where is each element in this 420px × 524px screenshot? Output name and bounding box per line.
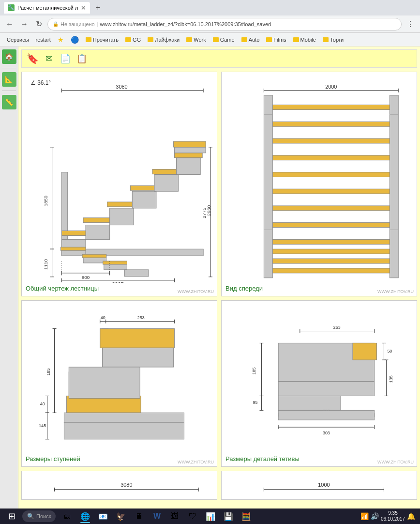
watermark-general: WWW.ZHITOV.RU — [178, 289, 214, 294]
browser-tab[interactable]: 🔧 Расчет металлической л ✕ — [4, 2, 90, 14]
bookmark-services[interactable]: Сервисы — [4, 36, 32, 44]
bookmark-auto[interactable]: Auto — [239, 36, 263, 44]
svg-rect-10 — [83, 218, 111, 223]
tray-time-value: 9:35 — [388, 510, 397, 516]
svg-rect-77 — [100, 328, 175, 348]
browser-icon: 🌐 — [80, 512, 90, 521]
svg-rect-66 — [272, 189, 390, 194]
bookmark-torgi[interactable]: Торги — [320, 36, 346, 44]
taskbar-word[interactable]: W — [148, 509, 165, 524]
svg-text:∠ 36.1°: ∠ 36.1° — [30, 79, 51, 86]
bookmarks-bar: Сервисы restart ★ 🔵 Прочитать GG Лайфхак… — [0, 33, 420, 46]
svg-rect-12 — [107, 202, 135, 207]
taskbar-tray: 📶 🔊 9:35 06.10.2017 🔔 — [358, 510, 418, 522]
pdf-button[interactable]: 📄 — [59, 52, 72, 65]
tab-close-button[interactable]: ✕ — [81, 4, 86, 12]
folder-icon — [241, 37, 247, 42]
tray-notification-icon[interactable]: 🔔 — [407, 512, 415, 520]
auto-label: Auto — [249, 37, 260, 43]
svg-text:185: 185 — [46, 368, 51, 375]
taskbar-app5[interactable]: 🦅 — [112, 509, 130, 524]
svg-rect-64 — [272, 223, 390, 228]
back-button[interactable]: ← — [4, 18, 15, 30]
app10-icon: 📊 — [206, 512, 215, 521]
svg-rect-60 — [272, 268, 390, 273]
diagram-bottom2: 1000 — [221, 471, 417, 500]
tray-sound-icon[interactable]: 🔊 — [371, 512, 379, 520]
svg-text:3080: 3080 — [116, 84, 127, 90]
bookmark-prochitat[interactable]: Прочитать — [83, 36, 121, 44]
new-tab-button[interactable]: + — [92, 2, 104, 14]
svg-rect-65 — [272, 206, 390, 211]
taskbar-app9[interactable]: 🛡 — [184, 509, 201, 524]
sidebar-divider — [2, 68, 16, 68]
taskbar: ⊞ 🔍 Поиск 🗂 🌐 📧 🦅 🖥 W 🖼 🛡 📊 — [0, 509, 420, 524]
app5-icon: 🦅 — [116, 512, 126, 521]
diagram-step: 40 253 185 293 — [21, 300, 217, 467]
sidebar-icon-2[interactable]: 📏 — [2, 95, 16, 109]
bookmark-gg[interactable]: GG — [122, 36, 144, 44]
bookmark-icon-yellow[interactable]: ★ — [55, 35, 67, 45]
bookmark-icon-blue[interactable]: 🔵 — [68, 35, 82, 45]
svg-rect-81 — [69, 367, 140, 398]
svg-text:2000: 2000 — [325, 84, 337, 90]
bookmark-game[interactable]: Game — [210, 36, 238, 44]
start-button[interactable]: ⊞ — [2, 509, 21, 524]
svg-text:185: 185 — [252, 367, 256, 374]
svg-rect-108 — [353, 343, 377, 360]
outlook-icon: 📧 — [98, 512, 108, 521]
address-bar[interactable]: 🔒 Не защищено | www.zhitov.ru/metal_ladd… — [47, 18, 402, 31]
bookmark-button[interactable]: 🔖 — [26, 52, 39, 65]
bookmark-lifehacks[interactable]: Лайфхаки — [145, 36, 182, 44]
restart-label: restart — [36, 37, 51, 43]
svg-rect-27 — [103, 261, 127, 264]
svg-text:1850: 1850 — [43, 195, 48, 206]
diagram-front: 2000 — [221, 72, 417, 296]
email-button[interactable]: ✉ — [42, 52, 56, 65]
lock-icon: 🔒 — [53, 21, 59, 27]
taskbar-app10[interactable]: 📊 — [202, 509, 219, 524]
refresh-button[interactable]: ↻ — [33, 18, 45, 30]
taskbar-file-explorer[interactable]: 🗂 — [59, 509, 76, 524]
svg-text:1000: 1000 — [318, 482, 330, 488]
taskbar-search-bar[interactable]: 🔍 Поиск — [22, 510, 56, 522]
svg-rect-8 — [61, 231, 88, 236]
taskbar-outlook[interactable]: 📧 — [94, 509, 112, 524]
taskbar-browser[interactable]: 🌐 — [76, 509, 94, 524]
folder-icon — [266, 37, 272, 42]
bookmark-mobile[interactable]: Mobile — [290, 36, 319, 44]
folder-icon — [86, 37, 91, 42]
folder-icon — [293, 37, 299, 42]
svg-text:40: 40 — [40, 401, 45, 406]
tray-date-value: 06.10.2017 — [381, 516, 405, 522]
svg-text:1110: 1110 — [43, 259, 48, 270]
sidebar-home-icon[interactable]: 🏠 — [2, 49, 16, 64]
taskbar-app11[interactable]: 💾 — [220, 509, 237, 524]
bookmark-work[interactable]: Work — [183, 36, 209, 44]
sidebar-icon-1[interactable]: 📐 — [2, 72, 16, 87]
url-protocol: Не защищено — [60, 21, 95, 27]
bottom1-svg: 3080 — [26, 475, 213, 500]
svg-text:3080: 3080 — [120, 482, 132, 488]
svg-rect-24 — [124, 270, 149, 277]
svg-rect-69 — [272, 139, 390, 143]
taskbar-app6[interactable]: 🖥 — [130, 509, 148, 524]
taskbar-photos[interactable]: 🖼 — [166, 509, 183, 524]
bookmark-films[interactable]: Films — [263, 36, 289, 44]
prochitat-label: Прочитать — [93, 37, 119, 43]
forward-button[interactable]: → — [18, 18, 30, 30]
search-icon: 🔍 — [27, 513, 34, 520]
svg-rect-78 — [103, 348, 174, 367]
copy-button[interactable]: 📋 — [75, 52, 89, 65]
bookmark-restart[interactable]: restart — [33, 36, 54, 44]
svg-rect-139 — [278, 410, 374, 420]
taskbar-calc[interactable]: 🧮 — [238, 509, 255, 524]
svg-rect-19 — [175, 147, 206, 153]
tray-clock[interactable]: 9:35 06.10.2017 — [381, 510, 405, 522]
svg-rect-18 — [175, 153, 203, 158]
tray-network-icon[interactable]: 📶 — [360, 512, 369, 520]
menu-button[interactable]: ⋮ — [405, 18, 416, 30]
word-icon: W — [153, 512, 161, 521]
svg-rect-11 — [110, 208, 134, 225]
diagram-stringer: 253 50 185 253 — [221, 300, 417, 467]
